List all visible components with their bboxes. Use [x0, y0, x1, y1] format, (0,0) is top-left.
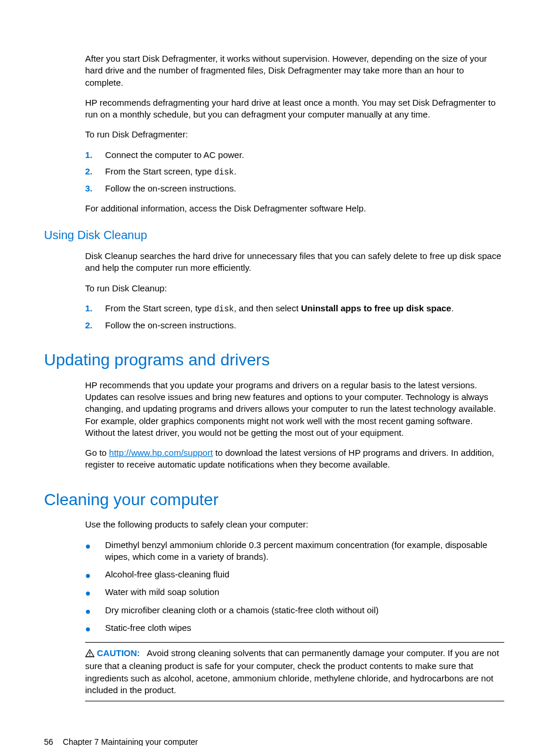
section-heading-disk-cleanup: Using Disk Cleanup — [44, 227, 504, 243]
paragraph: Use the following products to safely cle… — [85, 519, 504, 530]
step-text: From the Start screen, type disk. — [105, 166, 237, 178]
warning-icon — [85, 648, 95, 660]
caution-label: CAUTION: — [97, 648, 140, 658]
code-text: disk — [214, 304, 234, 314]
paragraph: HP recommends that you update your progr… — [85, 379, 504, 439]
paragraph: For additional information, access the D… — [85, 203, 504, 214]
cleanup-steps: 1.From the Start screen, type disk, and … — [85, 303, 504, 331]
cleaning-products-list: ●Dimethyl benzyl ammonium chloride 0.3 p… — [85, 539, 504, 634]
step-number: 2. — [85, 320, 105, 331]
step-number: 1. — [85, 149, 105, 161]
svg-point-1 — [89, 655, 90, 656]
list-item: Dry microfiber cleaning cloth or a chamo… — [105, 604, 379, 616]
paragraph: To run Disk Defragmenter: — [85, 129, 504, 140]
caution-box: CAUTION: Avoid strong cleaning solvents … — [85, 642, 504, 701]
paragraph: Disk Cleanup searches the hard drive for… — [85, 250, 504, 274]
bullet-icon: ● — [85, 604, 105, 616]
list-item: Alcohol-free glass-cleaning fluid — [105, 569, 230, 580]
step-number: 3. — [85, 183, 105, 194]
page-footer: 56 Chapter 7 Maintaining your computer — [44, 737, 504, 746]
step-number: 1. — [85, 303, 105, 315]
section-heading-updating: Updating programs and drivers — [44, 349, 504, 371]
defrag-steps: 1.Connect the computer to AC power. 2.Fr… — [85, 149, 504, 194]
step-text: Follow the on-screen instructions. — [105, 320, 236, 331]
paragraph: To run Disk Cleanup: — [85, 283, 504, 294]
section-heading-cleaning: Cleaning your computer — [44, 489, 504, 511]
paragraph: After you start Disk Defragmenter, it wo… — [85, 53, 504, 89]
paragraph: HP recommends defragmenting your hard dr… — [85, 97, 504, 121]
list-item: Static-free cloth wipes — [105, 622, 191, 634]
bullet-icon: ● — [85, 622, 105, 634]
bullet-icon: ● — [85, 586, 105, 598]
list-item: Dimethyl benzyl ammonium chloride 0.3 pe… — [105, 539, 504, 563]
chapter-label: Chapter 7 Maintaining your computer — [63, 737, 198, 746]
code-text: disk — [214, 167, 234, 177]
bullet-icon: ● — [85, 569, 105, 580]
step-text: Follow the on-screen instructions. — [105, 183, 236, 194]
paragraph: Go to http://www.hp.com/support to downl… — [85, 447, 504, 471]
page-number: 56 — [44, 737, 60, 746]
step-number: 2. — [85, 166, 105, 178]
step-text: From the Start screen, type disk, and th… — [105, 303, 454, 315]
step-text: Connect the computer to AC power. — [105, 149, 244, 161]
bold-text: Uninstall apps to free up disk space — [301, 303, 451, 313]
support-link[interactable]: http://www.hp.com/support — [109, 448, 213, 458]
list-item: Water with mild soap solution — [105, 586, 220, 598]
bullet-icon: ● — [85, 539, 105, 563]
caution-text: Avoid strong cleaning solvents that can … — [85, 648, 499, 695]
